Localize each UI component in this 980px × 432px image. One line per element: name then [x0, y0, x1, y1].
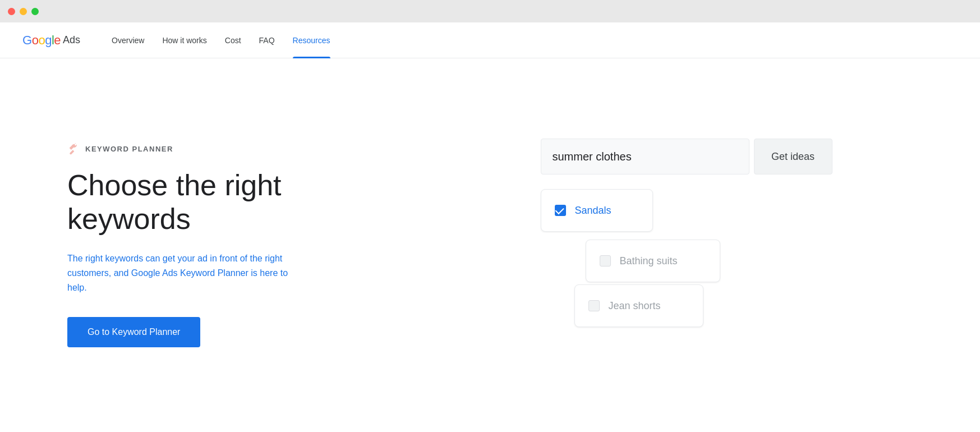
nav-link-faq[interactable]: FAQ [250, 22, 284, 58]
checkbox-sandals[interactable] [555, 205, 566, 216]
minimize-button[interactable] [20, 8, 27, 15]
main-heading: Choose the right keywords [67, 169, 348, 236]
nav-item-how-it-works[interactable]: How it works [153, 22, 215, 58]
logo[interactable]: Google Ads [22, 33, 80, 48]
search-input-box[interactable]: summer clothes [541, 139, 749, 174]
keyword-card-jean-shorts[interactable]: Jean shorts [574, 284, 703, 327]
keyword-label-bathing-suits: Bathing suits [620, 255, 678, 267]
keyword-label-sandals: Sandals [575, 205, 611, 217]
nav-link-how-it-works[interactable]: How it works [153, 22, 215, 58]
title-bar [0, 0, 980, 22]
checkbox-bathing-suits[interactable] [600, 255, 611, 266]
demo-container: summer clothes Get ideas Sandals Bathing… [541, 127, 832, 363]
nav-item-resources[interactable]: Resources [284, 22, 339, 58]
description-text: The right keywords can get your ad in fr… [67, 251, 303, 295]
google-logo: Google [22, 33, 61, 48]
browser-content: Google Ads Overview How it works Cost FA… [0, 22, 980, 432]
get-ideas-button[interactable]: Get ideas [754, 139, 832, 174]
search-row: summer clothes Get ideas [541, 139, 832, 174]
nav-link-resources[interactable]: Resources [284, 22, 339, 58]
nav-link-overview[interactable]: Overview [103, 22, 153, 58]
close-button[interactable] [8, 8, 15, 15]
nav-item-overview[interactable]: Overview [103, 22, 153, 58]
section-label-text: KEYWORD PLANNER [85, 145, 173, 153]
navbar: Google Ads Overview How it works Cost FA… [0, 22, 980, 58]
checkbox-jean-shorts[interactable] [588, 300, 600, 311]
nav-link-cost[interactable]: Cost [216, 22, 250, 58]
ads-logo-text: Ads [63, 34, 80, 46]
maximize-button[interactable] [31, 8, 39, 15]
go-to-keyword-planner-button[interactable]: Go to Keyword Planner [67, 317, 200, 347]
section-label-container: KEYWORD PLANNER [67, 143, 348, 155]
keyword-card-bathing-suits[interactable]: Bathing suits [586, 240, 720, 282]
right-section: summer clothes Get ideas Sandals Bathing… [393, 58, 980, 432]
wrench-icon [67, 143, 80, 155]
left-section: KEYWORD PLANNER Choose the right keyword… [0, 58, 393, 432]
nav-item-cost[interactable]: Cost [216, 22, 250, 58]
nav-links: Overview How it works Cost FAQ Resources [103, 22, 339, 58]
keyword-label-jean-shorts: Jean shorts [609, 300, 661, 312]
nav-item-faq[interactable]: FAQ [250, 22, 284, 58]
search-input-value: summer clothes [553, 150, 632, 163]
main-content: KEYWORD PLANNER Choose the right keyword… [0, 58, 980, 432]
keyword-card-sandals[interactable]: Sandals [541, 189, 653, 232]
